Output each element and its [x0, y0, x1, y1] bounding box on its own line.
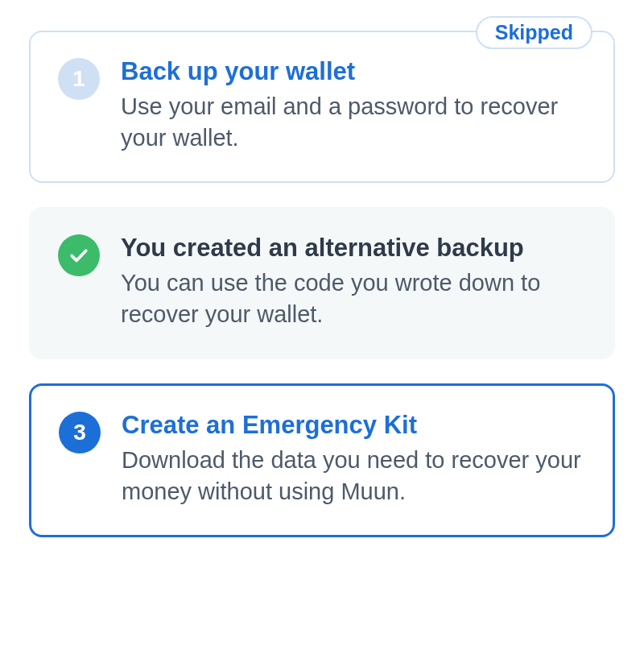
step-content: Create an Emergency Kit Download the dat…	[122, 410, 585, 507]
step-content: Back up your wallet Use your email and a…	[121, 56, 586, 154]
step-description: You can use the code you wrote down to r…	[121, 267, 586, 330]
step-description: Download the data you need to recover yo…	[122, 445, 585, 507]
step-number-badge: 1	[58, 58, 100, 100]
step-title: You created an alternative backup	[121, 233, 586, 264]
checkmark-icon	[58, 234, 100, 276]
step-content: You created an alternative backup You ca…	[121, 233, 586, 330]
step-description: Use your email and a password to recover…	[121, 91, 586, 154]
step-title: Back up your wallet	[121, 56, 586, 88]
step-emergency-kit[interactable]: 3 Create an Emergency Kit Download the d…	[29, 383, 615, 537]
step-title: Create an Emergency Kit	[122, 410, 585, 441]
step-number-badge: 3	[59, 412, 101, 454]
step-alternative-backup[interactable]: You created an alternative backup You ca…	[29, 207, 615, 359]
step-backup-wallet[interactable]: Skipped 1 Back up your wallet Use your e…	[29, 31, 615, 183]
status-badge-skipped: Skipped	[476, 16, 592, 49]
security-steps-list: Skipped 1 Back up your wallet Use your e…	[29, 31, 615, 537]
